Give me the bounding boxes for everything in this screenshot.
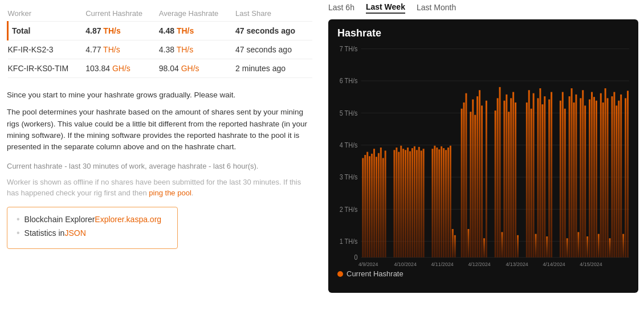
average-hashrate: 98.04 GH/s [159, 59, 235, 78]
worker-name: KF-IR-KS2-3 [8, 40, 86, 59]
svg-rect-62 [467, 229, 469, 257]
svg-rect-102 [577, 232, 579, 257]
table-row: KFC-IR-KS0-TIM103.84 GH/s98.04 GH/s2 min… [8, 59, 313, 78]
svg-rect-54 [445, 150, 447, 257]
svg-rect-66 [476, 96, 478, 257]
svg-rect-85 [533, 93, 535, 257]
legend-dot-current-hashrate [337, 271, 343, 277]
grow-text: Since you start to mine your hashrate gr… [7, 89, 312, 101]
svg-rect-113 [602, 103, 604, 257]
svg-rect-33 [385, 150, 386, 257]
table-row: Total4.87 TH/s4.48 TH/s47 seconds ago [8, 22, 313, 40]
svg-rect-30 [378, 153, 380, 257]
legend-label-current-hashrate: Current Hashrate [347, 269, 403, 278]
table-row: KF-IR-KS2-34.77 TH/s4.38 TH/s47 seconds … [8, 40, 313, 59]
svg-rect-83 [528, 90, 530, 257]
svg-rect-31 [380, 148, 382, 257]
svg-rect-38 [402, 149, 404, 257]
svg-rect-52 [441, 146, 442, 257]
svg-rect-90 [544, 96, 545, 257]
col-average-hashrate: Average Hashrate [159, 6, 235, 22]
svg-rect-110 [596, 101, 597, 257]
svg-rect-70 [486, 101, 487, 257]
svg-rect-49 [434, 146, 435, 257]
svg-rect-105 [584, 105, 586, 257]
svg-rect-111 [598, 234, 600, 257]
svg-text:4/11/2024: 4/11/2024 [431, 261, 453, 266]
links-box: Blockchain Explorer Explorer.kaspa.org S… [7, 207, 178, 249]
svg-rect-23 [362, 158, 364, 257]
svg-rect-48 [431, 149, 433, 257]
svg-rect-95 [562, 92, 564, 257]
svg-rect-86 [535, 234, 537, 257]
svg-rect-100 [573, 103, 575, 257]
svg-rect-94 [560, 101, 561, 257]
blockchain-explorer-label: Blockchain Explorer [25, 215, 95, 224]
svg-rect-97 [566, 238, 568, 257]
svg-rect-88 [539, 88, 541, 257]
svg-rect-71 [495, 111, 496, 257]
tab-last-6h[interactable]: Last 6h [328, 3, 354, 13]
svg-rect-32 [382, 158, 384, 257]
svg-rect-64 [472, 100, 474, 257]
current-hashrate: 4.87 TH/s [85, 22, 159, 40]
svg-rect-55 [447, 148, 449, 257]
ping-pool-link[interactable]: ping the pool [149, 189, 191, 197]
col-worker: Worker [8, 6, 86, 22]
svg-text:0: 0 [354, 254, 357, 261]
svg-rect-108 [591, 92, 593, 257]
svg-rect-112 [600, 93, 602, 257]
svg-rect-91 [546, 236, 548, 257]
svg-text:4/13/2024: 4/13/2024 [506, 261, 528, 266]
svg-rect-35 [396, 148, 397, 257]
svg-rect-78 [510, 98, 512, 257]
svg-rect-120 [618, 101, 619, 257]
tab-last-week[interactable]: Last Week [366, 2, 405, 14]
tab-last-month[interactable]: Last Month [417, 3, 456, 13]
hashrate-chart: 7 TH/s 6 TH/s 5 TH/s 4 TH/s 3 TH/s 2 TH/… [337, 44, 629, 266]
links-list: Blockchain Explorer Explorer.kaspa.org S… [17, 214, 168, 238]
svg-rect-103 [580, 98, 581, 257]
svg-rect-28 [373, 149, 375, 257]
right-panel: Last 6h Last Week Last Month Hashrate 7 … [319, 0, 644, 327]
svg-rect-118 [613, 92, 615, 257]
chart-container: Hashrate 7 TH/s 6 TH/s 5 TH/s 4 TH/s 3 T… [328, 19, 638, 293]
svg-rect-106 [586, 236, 588, 257]
json-link[interactable]: JSON [64, 228, 85, 238]
svg-rect-76 [506, 95, 507, 257]
workers-table: Worker Current Hashrate Average Hashrate… [7, 6, 312, 78]
svg-rect-61 [465, 93, 467, 257]
svg-rect-109 [593, 97, 595, 257]
svg-rect-56 [450, 146, 451, 257]
svg-rect-122 [622, 234, 624, 257]
svg-rect-81 [517, 235, 519, 257]
svg-rect-87 [537, 98, 539, 257]
svg-rect-25 [366, 152, 368, 257]
last-share: 2 minutes ago [235, 59, 312, 78]
svg-rect-46 [421, 150, 422, 257]
current-note: Current hashrate - last 30 minutes of wo… [7, 161, 312, 172]
pool-text: The pool determines your hashrate based … [7, 107, 312, 153]
svg-text:4/9/2024: 4/9/2024 [358, 261, 378, 266]
svg-rect-65 [474, 115, 476, 257]
svg-rect-117 [611, 96, 613, 257]
svg-rect-93 [551, 92, 552, 257]
svg-rect-41 [409, 152, 411, 257]
svg-rect-36 [398, 152, 400, 257]
svg-text:4 TH/s: 4 TH/s [340, 142, 358, 149]
svg-rect-119 [616, 105, 617, 257]
current-hashrate: 4.77 TH/s [85, 40, 159, 59]
svg-rect-51 [438, 149, 440, 257]
svg-text:5 TH/s: 5 TH/s [340, 109, 358, 117]
svg-rect-27 [371, 154, 373, 257]
svg-text:4/15/2024: 4/15/2024 [580, 261, 602, 266]
svg-rect-58 [454, 235, 456, 257]
svg-rect-75 [503, 101, 505, 257]
svg-rect-115 [607, 98, 609, 257]
explorer-link[interactable]: Explorer.kaspa.org [95, 215, 161, 224]
svg-rect-80 [515, 103, 516, 257]
svg-rect-123 [625, 98, 626, 257]
svg-rect-73 [499, 87, 501, 257]
svg-text:1 TH/s: 1 TH/s [340, 238, 358, 246]
chart-title: Hashrate [337, 27, 629, 39]
